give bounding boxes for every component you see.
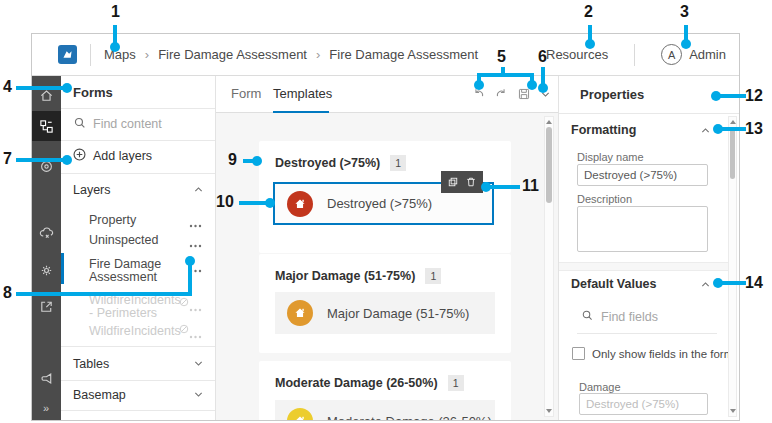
forms-tool-icon[interactable] xyxy=(32,111,61,141)
layer-item-wildfireincidents-perimeters[interactable]: WildfireIncidents - Perimeters xyxy=(89,294,169,320)
feedback-megaphone-icon[interactable] xyxy=(32,364,61,392)
callout-13: 13 xyxy=(745,120,763,138)
layer-item-uninspected[interactable]: Uninspected xyxy=(89,234,159,247)
damage-default-value-field[interactable] xyxy=(579,393,708,415)
callout-14: 14 xyxy=(745,274,763,292)
callout-9: 9 xyxy=(228,151,237,169)
templates-list: Destroyed (>75%) 1 Destroyed (>75%) xyxy=(216,113,558,420)
section-separator xyxy=(559,262,728,271)
layers-section-header[interactable]: Layers xyxy=(73,183,111,197)
basemap-section-header[interactable]: Basemap xyxy=(73,388,126,402)
formatting-section-header[interactable]: Formatting xyxy=(571,123,636,137)
callout-7: 7 xyxy=(3,150,12,168)
editor-tabbar: Form Templates xyxy=(216,76,558,113)
app-window: Maps › Fire Damage Assessment › Fire Dam… xyxy=(31,33,740,421)
user-menu[interactable]: Admin xyxy=(689,47,726,62)
template-card-destroyed[interactable]: Destroyed (>75%) xyxy=(273,182,494,225)
default-values-section-header[interactable]: Default Values xyxy=(571,277,656,291)
divider xyxy=(61,346,215,347)
callout-14-dot xyxy=(713,278,723,288)
description-field[interactable] xyxy=(577,206,708,252)
description-label: Description xyxy=(577,193,632,205)
divider xyxy=(61,410,215,411)
header-divider xyxy=(90,44,91,66)
tab-templates[interactable]: Templates xyxy=(273,86,332,101)
redo-icon[interactable] xyxy=(490,82,512,106)
callout-10-dot xyxy=(265,198,275,208)
properties-panel: Properties Formatting Display name Descr… xyxy=(558,76,739,420)
sharing-export-icon[interactable] xyxy=(32,292,61,320)
resources-link[interactable]: Resources xyxy=(546,47,608,62)
callout-8-dot xyxy=(185,256,195,266)
callout-12: 12 xyxy=(745,87,763,105)
chevron-down-icon[interactable] xyxy=(193,357,204,372)
search-icon xyxy=(581,309,594,325)
delete-trash-icon[interactable] xyxy=(465,176,477,188)
layer-item-fire-damage-assessment[interactable]: Fire Damage Assessment xyxy=(89,258,175,284)
templates-scrollbar[interactable] xyxy=(544,116,554,417)
only-show-fields-label: Only show fields in the form xyxy=(592,348,733,360)
avatar[interactable]: A xyxy=(661,44,682,65)
tab-form[interactable]: Form xyxy=(231,86,261,101)
divider xyxy=(61,108,215,109)
breadcrumb: Maps › Fire Damage Assessment › Fire Dam… xyxy=(104,47,478,62)
expand-panel-icon[interactable]: » xyxy=(32,394,61,421)
callout-6-dot xyxy=(538,83,548,93)
callout-7-dot xyxy=(62,155,72,165)
add-circle-icon xyxy=(72,147,87,165)
group-count-badge: 1 xyxy=(448,375,464,391)
group-count-badge: 1 xyxy=(390,155,406,171)
callout-5-line xyxy=(477,73,534,77)
chevron-up-icon[interactable] xyxy=(700,278,711,293)
tables-section-header[interactable]: Tables xyxy=(73,357,109,371)
scroll-up-icon[interactable] xyxy=(545,117,553,127)
callout-8-line xyxy=(188,264,192,296)
properties-title: Properties xyxy=(580,87,644,102)
callout-10-line xyxy=(239,201,268,205)
chevron-up-icon[interactable] xyxy=(700,124,711,139)
scrollbar-thumb[interactable] xyxy=(730,127,735,179)
layer-options-ellipsis-icon[interactable] xyxy=(189,300,202,315)
layer-item-wildfireincidents[interactable]: WildfireIncidents xyxy=(89,325,181,338)
layer-item-property[interactable]: Property xyxy=(89,214,136,227)
scrollbar-thumb[interactable] xyxy=(546,127,552,203)
scroll-down-icon[interactable] xyxy=(545,406,553,416)
add-layers-button[interactable]: Add layers xyxy=(93,149,152,163)
scroll-down-icon[interactable] xyxy=(729,406,736,416)
callout-1: 1 xyxy=(111,3,120,21)
only-show-fields-checkbox[interactable] xyxy=(572,347,585,360)
header-divider xyxy=(634,44,635,66)
breadcrumb-layer-name[interactable]: Fire Damage Assessment xyxy=(329,47,478,62)
template-editor-panel: Form Templates xyxy=(216,76,558,420)
app-header: Maps › Fire Damage Assessment › Fire Dam… xyxy=(32,34,739,76)
callout-5-dot xyxy=(474,80,484,90)
template-card-moderate-damage[interactable]: Moderate Damage (26-50%) xyxy=(275,400,495,420)
duplicate-icon[interactable] xyxy=(447,176,459,188)
callout-5: 5 xyxy=(497,48,506,66)
callout-13-line xyxy=(722,127,746,131)
breadcrumb-maps[interactable]: Maps xyxy=(104,47,136,62)
chevron-down-icon[interactable] xyxy=(193,388,204,403)
template-group-moderate-damage: Moderate Damage (26-50%) 1 Moderate Dama… xyxy=(259,361,511,420)
properties-scrollbar[interactable] xyxy=(728,116,737,417)
find-content-input[interactable]: Find content xyxy=(93,117,162,131)
template-label: Major Damage (51-75%) xyxy=(327,306,469,321)
chevron-up-icon[interactable] xyxy=(193,183,204,198)
callout-4-dot xyxy=(62,83,72,93)
template-label: Moderate Damage (26-50%) xyxy=(327,414,492,421)
field-maps-logo-icon[interactable] xyxy=(58,45,77,64)
display-name-field[interactable] xyxy=(577,164,708,186)
find-fields-input[interactable]: Find fields xyxy=(601,310,658,324)
settings-gear-icon[interactable] xyxy=(32,256,61,284)
offline-cloud-icon[interactable] xyxy=(32,219,61,247)
layer-options-ellipsis-icon[interactable] xyxy=(189,216,202,231)
template-card-major-damage[interactable]: Major Damage (51-75%) xyxy=(275,292,495,334)
breadcrumb-map-name[interactable]: Fire Damage Assessment xyxy=(158,47,307,62)
template-hover-toolbar xyxy=(441,171,483,193)
geofences-icon[interactable] xyxy=(32,152,61,180)
layer-options-ellipsis-icon[interactable] xyxy=(189,327,202,342)
layer-options-ellipsis-icon[interactable] xyxy=(189,236,202,251)
scroll-up-icon[interactable] xyxy=(729,117,736,127)
callout-11-dot xyxy=(481,182,491,192)
divider xyxy=(559,113,739,114)
